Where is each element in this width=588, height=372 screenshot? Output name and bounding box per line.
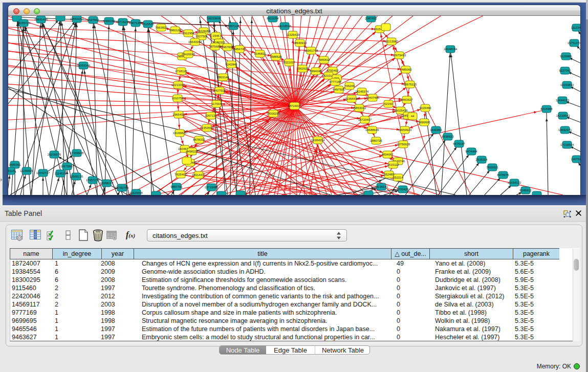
svg-text:8454749: 8454749 xyxy=(233,48,246,51)
svg-text:6466160: 6466160 xyxy=(103,19,115,23)
svg-text:18300295: 18300295 xyxy=(267,112,280,115)
svg-text:29863022: 29863022 xyxy=(353,106,366,110)
svg-text:12093832: 12093832 xyxy=(560,83,574,86)
svg-text:2935114: 2935114 xyxy=(476,158,488,161)
svg-text:18640910: 18640910 xyxy=(293,41,307,45)
svg-text:23420046: 23420046 xyxy=(182,53,195,56)
svg-text:6994045: 6994045 xyxy=(310,70,322,73)
svg-text:1112343: 1112343 xyxy=(571,26,580,29)
svg-text:13654923: 13654923 xyxy=(398,128,412,132)
svg-text:8215958: 8215958 xyxy=(540,107,553,111)
svg-text:10688609: 10688609 xyxy=(365,128,379,132)
svg-text:20206576: 20206576 xyxy=(48,153,61,156)
svg-text:13716485: 13716485 xyxy=(205,186,219,189)
svg-text:10975867: 10975867 xyxy=(60,165,74,168)
svg-text:11353594: 11353594 xyxy=(200,126,214,129)
svg-text:1562615: 1562615 xyxy=(296,67,309,70)
svg-text:3875685: 3875685 xyxy=(209,45,221,48)
svg-text:10553267: 10553267 xyxy=(70,17,84,20)
svg-text:13226058: 13226058 xyxy=(197,30,211,33)
svg-text:4834067: 4834067 xyxy=(381,153,394,156)
svg-text:18245374: 18245374 xyxy=(355,90,369,93)
svg-text:3912954: 3912954 xyxy=(182,32,194,35)
svg-text:9463627: 9463627 xyxy=(401,98,413,101)
svg-text:2087652: 2087652 xyxy=(365,17,377,20)
svg-text:9227342: 9227342 xyxy=(559,69,571,72)
svg-text:8427512: 8427512 xyxy=(213,89,226,92)
svg-text:13692971: 13692971 xyxy=(558,128,572,132)
svg-text:1527602: 1527602 xyxy=(87,18,99,21)
svg-text:20691406: 20691406 xyxy=(34,18,48,21)
svg-text:15751074: 15751074 xyxy=(568,41,580,45)
svg-text:14136141: 14136141 xyxy=(375,185,388,188)
svg-text:3960124: 3960124 xyxy=(169,29,181,32)
svg-text:15720407: 15720407 xyxy=(358,118,372,121)
svg-text:1640953: 1640953 xyxy=(430,128,442,132)
svg-text:11156829: 11156829 xyxy=(20,169,33,172)
svg-text:16782759: 16782759 xyxy=(115,186,129,189)
svg-text:12444153: 12444153 xyxy=(556,99,570,102)
svg-text:8478676: 8478676 xyxy=(497,173,509,177)
svg-text:9146821: 9146821 xyxy=(254,52,266,55)
svg-text:2803144: 2803144 xyxy=(217,76,229,79)
svg-text:8678332: 8678332 xyxy=(193,138,205,141)
svg-text:13975115: 13975115 xyxy=(403,83,417,86)
svg-text:12042737: 12042737 xyxy=(36,171,50,174)
svg-text:6679197: 6679197 xyxy=(453,142,465,145)
svg-text:9474444: 9474444 xyxy=(465,150,477,153)
svg-text:1167533: 1167533 xyxy=(571,158,580,161)
svg-text:26053346: 26053346 xyxy=(77,64,91,67)
svg-text:117004: 117004 xyxy=(211,102,222,105)
svg-text:10407486: 10407486 xyxy=(366,96,380,99)
svg-text:1615112: 1615112 xyxy=(387,163,400,166)
svg-text:14055724: 14055724 xyxy=(17,21,31,25)
svg-text:10719155: 10719155 xyxy=(116,20,130,24)
svg-text:16210643: 16210643 xyxy=(556,114,570,117)
svg-text:6793402: 6793402 xyxy=(326,69,339,72)
svg-text:8813054: 8813054 xyxy=(267,17,279,20)
svg-text:9857791: 9857791 xyxy=(170,185,183,188)
svg-text:1880726: 1880726 xyxy=(370,139,382,142)
svg-text:1546: 1546 xyxy=(212,34,220,37)
svg-text:1965493: 1965493 xyxy=(172,113,185,116)
svg-text:1585061: 1585061 xyxy=(9,163,21,166)
svg-text:7857224: 7857224 xyxy=(227,25,239,28)
svg-text:19218506: 19218506 xyxy=(278,25,292,28)
svg-text:252214: 252214 xyxy=(393,176,404,179)
svg-text:44: 44 xyxy=(411,115,415,118)
svg-text:2718126: 2718126 xyxy=(175,70,187,73)
svg-text:7485063: 7485063 xyxy=(400,68,412,71)
svg-text:10958107: 10958107 xyxy=(100,182,114,185)
svg-text:6497505: 6497505 xyxy=(333,88,345,91)
svg-text:4498222: 4498222 xyxy=(186,150,198,153)
svg-text:12213302: 12213302 xyxy=(171,83,185,86)
svg-text:3267130: 3267130 xyxy=(205,114,217,117)
svg-text:17359928: 17359928 xyxy=(70,151,84,155)
svg-text:9327505: 9327505 xyxy=(195,35,208,38)
svg-text:16648784: 16648784 xyxy=(444,48,458,51)
svg-text:8938923: 8938923 xyxy=(442,135,454,138)
svg-text:9699695: 9699695 xyxy=(418,121,430,124)
svg-text:7663822: 7663822 xyxy=(155,26,167,29)
svg-text:12213967: 12213967 xyxy=(385,40,399,43)
svg-text:16033809: 16033809 xyxy=(207,17,221,20)
svg-text:1010754: 1010754 xyxy=(171,97,184,100)
svg-text:16961758: 16961758 xyxy=(304,49,318,52)
svg-text:9245612: 9245612 xyxy=(519,189,532,192)
svg-text:17957275: 17957275 xyxy=(86,179,100,182)
svg-text:9777169: 9777169 xyxy=(329,80,341,83)
svg-text:7632621: 7632621 xyxy=(486,166,498,169)
svg-text:10973493: 10973493 xyxy=(393,54,406,57)
svg-text:10671355: 10671355 xyxy=(129,21,143,25)
svg-text:1114519: 1114519 xyxy=(55,172,67,175)
svg-text:7955812: 7955812 xyxy=(318,58,330,61)
svg-text:9242845: 9242845 xyxy=(225,63,237,66)
svg-text:10025438: 10025438 xyxy=(394,109,408,112)
svg-text:7515526: 7515526 xyxy=(142,23,154,26)
svg-text:17016504: 17016504 xyxy=(560,143,574,146)
svg-text:39114: 39114 xyxy=(8,169,15,172)
svg-text:21364436: 21364436 xyxy=(345,97,359,100)
svg-text:18724007: 18724007 xyxy=(288,104,301,107)
svg-text:10756928: 10756928 xyxy=(397,143,410,146)
svg-text:11923466: 11923466 xyxy=(129,191,143,194)
